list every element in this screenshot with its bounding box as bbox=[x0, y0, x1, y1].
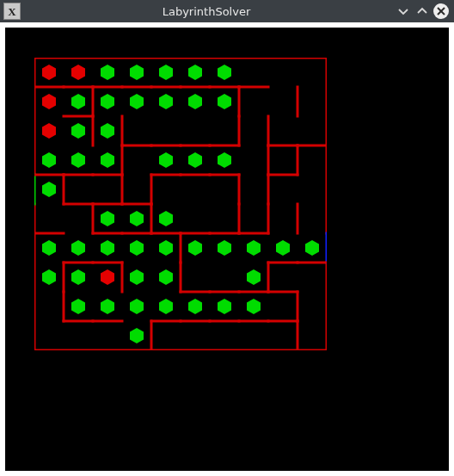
minimize-button[interactable] bbox=[396, 3, 411, 19]
svg-marker-93 bbox=[130, 94, 144, 109]
svg-marker-120 bbox=[71, 269, 85, 285]
dot-red bbox=[42, 94, 56, 109]
dot-green bbox=[247, 299, 261, 314]
svg-marker-101 bbox=[101, 152, 114, 168]
dot-green bbox=[218, 152, 231, 168]
dot-green bbox=[101, 123, 114, 139]
dot-green bbox=[101, 152, 114, 168]
svg-marker-135 bbox=[42, 123, 56, 139]
dot-green bbox=[188, 65, 202, 80]
dot-green bbox=[101, 65, 114, 80]
canvas-area bbox=[5, 28, 449, 471]
svg-marker-94 bbox=[159, 94, 173, 109]
svg-marker-128 bbox=[188, 299, 202, 314]
svg-marker-131 bbox=[130, 328, 144, 343]
dot-green bbox=[247, 269, 261, 285]
client-area bbox=[0, 22, 454, 476]
dot-green bbox=[188, 299, 202, 314]
dot-green bbox=[42, 182, 56, 197]
svg-marker-109 bbox=[42, 240, 56, 256]
maximize-button[interactable] bbox=[414, 3, 430, 19]
dot-green bbox=[276, 240, 290, 256]
svg-marker-113 bbox=[159, 240, 173, 256]
svg-marker-96 bbox=[218, 94, 231, 109]
svg-marker-117 bbox=[276, 240, 290, 256]
dot-green bbox=[71, 299, 85, 314]
dot-green bbox=[159, 211, 173, 226]
svg-marker-89 bbox=[188, 65, 202, 80]
svg-marker-124 bbox=[71, 299, 85, 314]
svg-marker-90 bbox=[218, 65, 231, 80]
dot-green bbox=[71, 123, 85, 139]
dot-green bbox=[159, 94, 173, 109]
svg-marker-136 bbox=[101, 269, 114, 285]
dot-green bbox=[305, 240, 319, 256]
svg-marker-130 bbox=[247, 299, 261, 314]
dot-green bbox=[159, 65, 173, 80]
svg-marker-87 bbox=[130, 65, 144, 80]
svg-marker-127 bbox=[159, 299, 173, 314]
svg-marker-114 bbox=[188, 240, 202, 256]
dot-green bbox=[101, 299, 114, 314]
dot-red bbox=[71, 65, 85, 80]
svg-marker-103 bbox=[188, 152, 202, 168]
close-button[interactable] bbox=[433, 3, 449, 19]
dot-green bbox=[71, 269, 85, 285]
svg-marker-105 bbox=[42, 182, 56, 197]
svg-marker-110 bbox=[71, 240, 85, 256]
svg-marker-132 bbox=[42, 65, 56, 80]
dot-green bbox=[218, 240, 231, 256]
svg-marker-121 bbox=[130, 269, 144, 285]
svg-marker-108 bbox=[159, 211, 173, 226]
dot-green bbox=[101, 240, 114, 256]
svg-marker-86 bbox=[101, 65, 114, 80]
svg-marker-126 bbox=[130, 299, 144, 314]
dot-green bbox=[188, 240, 202, 256]
dot-green bbox=[159, 269, 173, 285]
dot-green bbox=[130, 240, 144, 256]
titlebar: X LabyrinthSolver bbox=[0, 0, 454, 22]
svg-marker-123 bbox=[247, 269, 261, 285]
svg-marker-133 bbox=[71, 65, 85, 80]
svg-marker-118 bbox=[305, 240, 319, 256]
dot-green bbox=[159, 299, 173, 314]
dot-red bbox=[101, 269, 114, 285]
dot-green bbox=[71, 94, 85, 109]
svg-marker-100 bbox=[71, 152, 85, 168]
dot-green bbox=[130, 211, 144, 226]
svg-marker-98 bbox=[101, 123, 114, 139]
dot-green bbox=[159, 240, 173, 256]
svg-marker-91 bbox=[71, 94, 85, 109]
dot-green bbox=[42, 152, 56, 168]
svg-marker-111 bbox=[101, 240, 114, 256]
svg-marker-104 bbox=[218, 152, 231, 168]
svg-marker-107 bbox=[130, 211, 144, 226]
svg-marker-102 bbox=[159, 152, 173, 168]
dot-green bbox=[218, 94, 231, 109]
dot-green bbox=[42, 240, 56, 256]
dot-green bbox=[188, 94, 202, 109]
svg-marker-106 bbox=[101, 211, 114, 226]
dot-green bbox=[130, 328, 144, 343]
dot-green bbox=[159, 152, 173, 168]
dot-green bbox=[218, 299, 231, 314]
svg-marker-115 bbox=[218, 240, 231, 256]
svg-marker-125 bbox=[101, 299, 114, 314]
dot-green bbox=[130, 269, 144, 285]
dot-green bbox=[218, 65, 231, 80]
dot-green bbox=[247, 240, 261, 256]
svg-marker-88 bbox=[159, 65, 173, 80]
app-icon: X bbox=[3, 3, 21, 20]
dot-green bbox=[101, 94, 114, 109]
svg-marker-119 bbox=[42, 269, 56, 285]
dot-green bbox=[101, 211, 114, 226]
dot-green bbox=[130, 94, 144, 109]
svg-marker-97 bbox=[71, 123, 85, 139]
svg-marker-116 bbox=[247, 240, 261, 256]
dot-green bbox=[71, 240, 85, 256]
dot-green bbox=[130, 65, 144, 80]
svg-marker-129 bbox=[218, 299, 231, 314]
dot-green bbox=[188, 152, 202, 168]
dot-red bbox=[42, 65, 56, 80]
dot-red bbox=[42, 123, 56, 139]
